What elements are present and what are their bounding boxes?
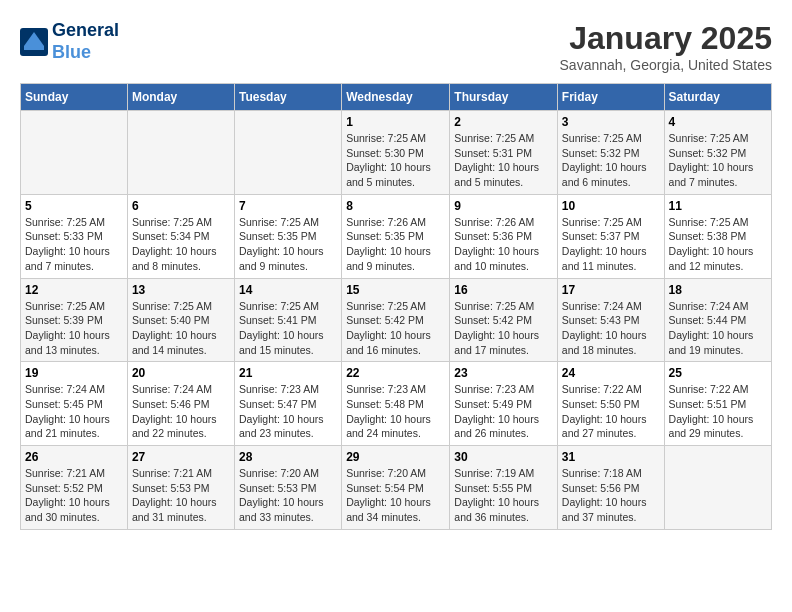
day-info: Sunrise: 7:21 AM Sunset: 5:53 PM Dayligh… (132, 466, 230, 525)
logo: General Blue (20, 20, 119, 63)
day-cell: 2Sunrise: 7:25 AM Sunset: 5:31 PM Daylig… (450, 111, 558, 195)
day-number: 29 (346, 450, 445, 464)
day-cell (664, 446, 771, 530)
col-header-sunday: Sunday (21, 84, 128, 111)
day-info: Sunrise: 7:23 AM Sunset: 5:48 PM Dayligh… (346, 382, 445, 441)
calendar-table: SundayMondayTuesdayWednesdayThursdayFrid… (20, 83, 772, 530)
day-cell: 31Sunrise: 7:18 AM Sunset: 5:56 PM Dayli… (557, 446, 664, 530)
week-row-2: 5Sunrise: 7:25 AM Sunset: 5:33 PM Daylig… (21, 194, 772, 278)
day-info: Sunrise: 7:25 AM Sunset: 5:32 PM Dayligh… (562, 131, 660, 190)
day-cell: 25Sunrise: 7:22 AM Sunset: 5:51 PM Dayli… (664, 362, 771, 446)
day-cell: 12Sunrise: 7:25 AM Sunset: 5:39 PM Dayli… (21, 278, 128, 362)
day-info: Sunrise: 7:25 AM Sunset: 5:38 PM Dayligh… (669, 215, 767, 274)
day-info: Sunrise: 7:25 AM Sunset: 5:40 PM Dayligh… (132, 299, 230, 358)
day-info: Sunrise: 7:24 AM Sunset: 5:45 PM Dayligh… (25, 382, 123, 441)
day-info: Sunrise: 7:25 AM Sunset: 5:37 PM Dayligh… (562, 215, 660, 274)
day-number: 10 (562, 199, 660, 213)
day-cell: 20Sunrise: 7:24 AM Sunset: 5:46 PM Dayli… (127, 362, 234, 446)
day-number: 26 (25, 450, 123, 464)
day-number: 9 (454, 199, 553, 213)
day-number: 19 (25, 366, 123, 380)
day-info: Sunrise: 7:21 AM Sunset: 5:52 PM Dayligh… (25, 466, 123, 525)
day-info: Sunrise: 7:26 AM Sunset: 5:36 PM Dayligh… (454, 215, 553, 274)
day-cell: 27Sunrise: 7:21 AM Sunset: 5:53 PM Dayli… (127, 446, 234, 530)
day-info: Sunrise: 7:24 AM Sunset: 5:43 PM Dayligh… (562, 299, 660, 358)
day-cell: 16Sunrise: 7:25 AM Sunset: 5:42 PM Dayli… (450, 278, 558, 362)
day-number: 23 (454, 366, 553, 380)
page-subtitle: Savannah, Georgia, United States (560, 57, 772, 73)
week-row-5: 26Sunrise: 7:21 AM Sunset: 5:52 PM Dayli… (21, 446, 772, 530)
day-number: 24 (562, 366, 660, 380)
week-row-1: 1Sunrise: 7:25 AM Sunset: 5:30 PM Daylig… (21, 111, 772, 195)
day-info: Sunrise: 7:25 AM Sunset: 5:39 PM Dayligh… (25, 299, 123, 358)
day-info: Sunrise: 7:23 AM Sunset: 5:47 PM Dayligh… (239, 382, 337, 441)
day-info: Sunrise: 7:24 AM Sunset: 5:46 PM Dayligh… (132, 382, 230, 441)
day-cell: 30Sunrise: 7:19 AM Sunset: 5:55 PM Dayli… (450, 446, 558, 530)
day-info: Sunrise: 7:25 AM Sunset: 5:31 PM Dayligh… (454, 131, 553, 190)
day-cell: 3Sunrise: 7:25 AM Sunset: 5:32 PM Daylig… (557, 111, 664, 195)
day-number: 11 (669, 199, 767, 213)
day-cell: 5Sunrise: 7:25 AM Sunset: 5:33 PM Daylig… (21, 194, 128, 278)
day-cell: 17Sunrise: 7:24 AM Sunset: 5:43 PM Dayli… (557, 278, 664, 362)
day-info: Sunrise: 7:25 AM Sunset: 5:32 PM Dayligh… (669, 131, 767, 190)
day-info: Sunrise: 7:25 AM Sunset: 5:42 PM Dayligh… (346, 299, 445, 358)
logo-text: General Blue (52, 20, 119, 63)
day-info: Sunrise: 7:25 AM Sunset: 5:35 PM Dayligh… (239, 215, 337, 274)
day-number: 22 (346, 366, 445, 380)
day-cell: 10Sunrise: 7:25 AM Sunset: 5:37 PM Dayli… (557, 194, 664, 278)
day-info: Sunrise: 7:24 AM Sunset: 5:44 PM Dayligh… (669, 299, 767, 358)
day-cell (21, 111, 128, 195)
day-number: 25 (669, 366, 767, 380)
day-cell: 19Sunrise: 7:24 AM Sunset: 5:45 PM Dayli… (21, 362, 128, 446)
day-info: Sunrise: 7:25 AM Sunset: 5:42 PM Dayligh… (454, 299, 553, 358)
day-cell: 18Sunrise: 7:24 AM Sunset: 5:44 PM Dayli… (664, 278, 771, 362)
page-header: General Blue January 2025 Savannah, Geor… (20, 20, 772, 73)
day-number: 8 (346, 199, 445, 213)
day-number: 15 (346, 283, 445, 297)
day-cell: 14Sunrise: 7:25 AM Sunset: 5:41 PM Dayli… (234, 278, 341, 362)
day-info: Sunrise: 7:22 AM Sunset: 5:50 PM Dayligh… (562, 382, 660, 441)
day-number: 2 (454, 115, 553, 129)
day-cell: 7Sunrise: 7:25 AM Sunset: 5:35 PM Daylig… (234, 194, 341, 278)
week-row-4: 19Sunrise: 7:24 AM Sunset: 5:45 PM Dayli… (21, 362, 772, 446)
day-cell: 8Sunrise: 7:26 AM Sunset: 5:35 PM Daylig… (342, 194, 450, 278)
day-cell: 29Sunrise: 7:20 AM Sunset: 5:54 PM Dayli… (342, 446, 450, 530)
day-info: Sunrise: 7:25 AM Sunset: 5:34 PM Dayligh… (132, 215, 230, 274)
col-header-monday: Monday (127, 84, 234, 111)
day-cell: 22Sunrise: 7:23 AM Sunset: 5:48 PM Dayli… (342, 362, 450, 446)
day-cell (234, 111, 341, 195)
day-number: 1 (346, 115, 445, 129)
day-number: 3 (562, 115, 660, 129)
title-block: January 2025 Savannah, Georgia, United S… (560, 20, 772, 73)
day-number: 16 (454, 283, 553, 297)
col-header-tuesday: Tuesday (234, 84, 341, 111)
day-cell: 6Sunrise: 7:25 AM Sunset: 5:34 PM Daylig… (127, 194, 234, 278)
day-cell: 26Sunrise: 7:21 AM Sunset: 5:52 PM Dayli… (21, 446, 128, 530)
day-number: 4 (669, 115, 767, 129)
day-info: Sunrise: 7:19 AM Sunset: 5:55 PM Dayligh… (454, 466, 553, 525)
day-number: 6 (132, 199, 230, 213)
day-number: 17 (562, 283, 660, 297)
page-title: January 2025 (560, 20, 772, 57)
day-cell: 9Sunrise: 7:26 AM Sunset: 5:36 PM Daylig… (450, 194, 558, 278)
day-info: Sunrise: 7:25 AM Sunset: 5:30 PM Dayligh… (346, 131, 445, 190)
day-cell: 21Sunrise: 7:23 AM Sunset: 5:47 PM Dayli… (234, 362, 341, 446)
day-number: 5 (25, 199, 123, 213)
day-number: 31 (562, 450, 660, 464)
day-number: 12 (25, 283, 123, 297)
day-cell: 28Sunrise: 7:20 AM Sunset: 5:53 PM Dayli… (234, 446, 341, 530)
col-header-thursday: Thursday (450, 84, 558, 111)
day-info: Sunrise: 7:23 AM Sunset: 5:49 PM Dayligh… (454, 382, 553, 441)
day-info: Sunrise: 7:22 AM Sunset: 5:51 PM Dayligh… (669, 382, 767, 441)
day-info: Sunrise: 7:20 AM Sunset: 5:53 PM Dayligh… (239, 466, 337, 525)
col-header-saturday: Saturday (664, 84, 771, 111)
day-info: Sunrise: 7:25 AM Sunset: 5:33 PM Dayligh… (25, 215, 123, 274)
week-row-3: 12Sunrise: 7:25 AM Sunset: 5:39 PM Dayli… (21, 278, 772, 362)
day-number: 21 (239, 366, 337, 380)
day-cell: 23Sunrise: 7:23 AM Sunset: 5:49 PM Dayli… (450, 362, 558, 446)
day-number: 20 (132, 366, 230, 380)
svg-rect-2 (24, 46, 44, 50)
day-info: Sunrise: 7:20 AM Sunset: 5:54 PM Dayligh… (346, 466, 445, 525)
day-number: 30 (454, 450, 553, 464)
day-cell: 15Sunrise: 7:25 AM Sunset: 5:42 PM Dayli… (342, 278, 450, 362)
